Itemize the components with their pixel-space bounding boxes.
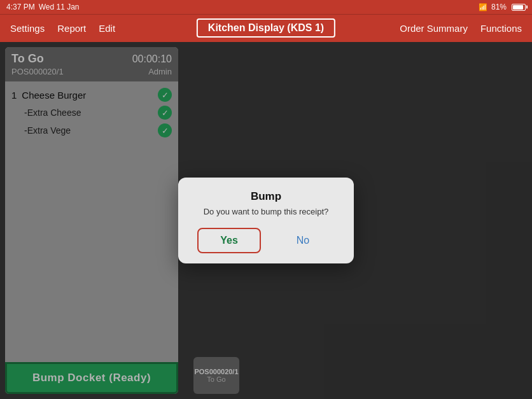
- main-content: To Go 00:00:10 POS000020/1 Admin 1 Chees…: [0, 42, 532, 399]
- menu-bar: Settings Report Edit Kitchen Display (KD…: [0, 14, 532, 42]
- settings-menu[interactable]: Settings: [10, 23, 45, 34]
- menu-bar-right: Order Summary Functions: [400, 23, 522, 34]
- kds-title: Kitchen Display (KDS 1): [197, 18, 335, 38]
- edit-menu[interactable]: Edit: [99, 23, 115, 34]
- dialog-buttons: Yes No: [197, 228, 335, 253]
- status-bar-right: 📶 81%: [479, 3, 526, 11]
- dialog-message: Do you want to bump this receipt?: [197, 207, 335, 216]
- yes-button[interactable]: Yes: [197, 228, 261, 253]
- battery-fill: [513, 5, 523, 10]
- status-bar-left: 4:37 PM Wed 11 Jan: [6, 3, 80, 11]
- wifi-icon: 📶: [479, 3, 487, 11]
- battery-icon: [512, 4, 526, 11]
- status-bar: 4:37 PM Wed 11 Jan 📶 81%: [0, 0, 532, 14]
- menu-bar-center: Kitchen Display (KDS 1): [197, 14, 335, 42]
- menu-bar-left: Settings Report Edit: [10, 23, 115, 34]
- modal-overlay: Bump Do you want to bump this receipt? Y…: [0, 42, 532, 399]
- order-summary-menu[interactable]: Order Summary: [400, 23, 468, 34]
- battery-percent: 81%: [491, 3, 507, 11]
- dialog-title: Bump: [197, 190, 335, 203]
- no-button[interactable]: No: [271, 228, 335, 253]
- time-display: 4:37 PM: [6, 3, 35, 11]
- bump-dialog: Bump Do you want to bump this receipt? Y…: [178, 178, 354, 263]
- date-display: Wed 11 Jan: [39, 3, 80, 11]
- report-menu[interactable]: Report: [57, 23, 86, 34]
- functions-menu[interactable]: Functions: [480, 23, 522, 34]
